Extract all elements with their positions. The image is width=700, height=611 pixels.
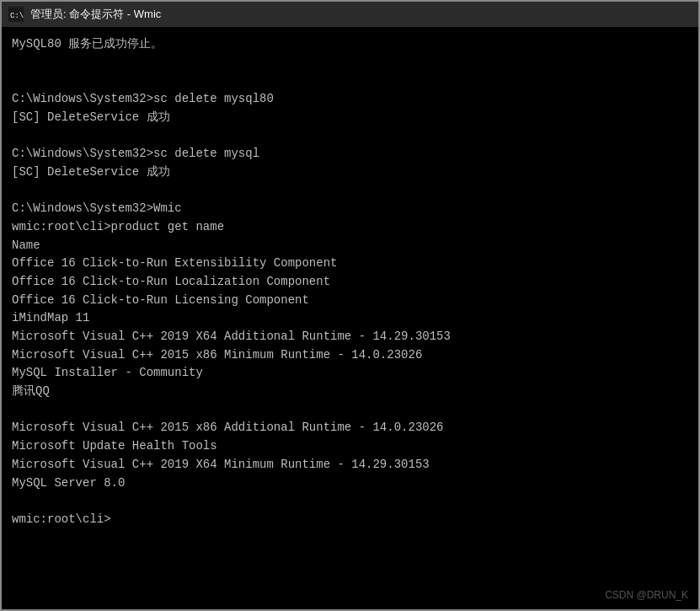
cmd-icon: C:\ <box>8 7 24 22</box>
window-title: 管理员: 命令提示符 - Wmic <box>30 7 692 22</box>
console-output: MySQL80 服务已成功停止。 C:\Windows\System32>sc … <box>12 35 688 529</box>
console-body[interactable]: MySQL80 服务已成功停止。 C:\Windows\System32>sc … <box>2 27 698 609</box>
svg-text:C:\: C:\ <box>10 12 24 20</box>
title-bar: C:\ 管理员: 命令提示符 - Wmic <box>2 2 698 27</box>
watermark: CSDN @DRUN_K <box>605 589 688 601</box>
cmd-window: C:\ 管理员: 命令提示符 - Wmic MySQL80 服务已成功停止。 C… <box>0 0 700 611</box>
